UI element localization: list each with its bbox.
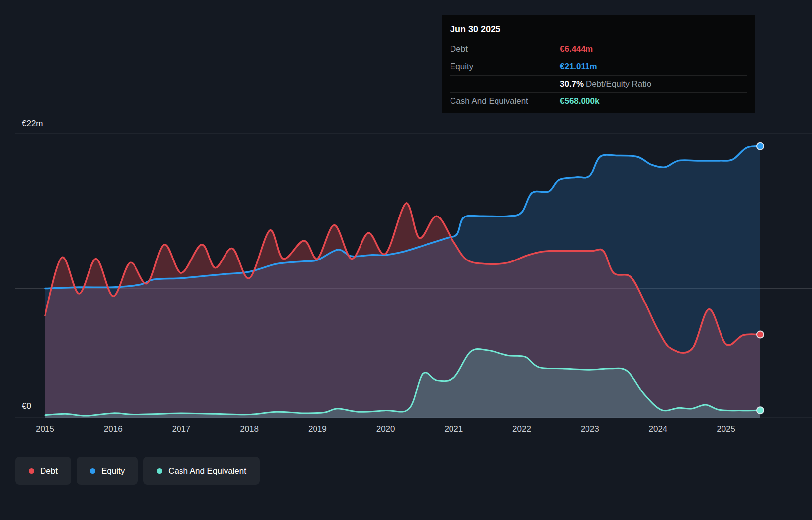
- x-axis-label: 2022: [512, 424, 531, 434]
- debt-dot-icon: [29, 468, 34, 474]
- tooltip-row-ratio: 30.7% Debt/Equity Ratio: [450, 75, 747, 92]
- cash-dot-icon: [157, 468, 162, 474]
- x-axis-label: 2024: [648, 424, 667, 434]
- x-axis-label: 2021: [444, 424, 463, 434]
- cash-and-equivalent-end-marker: [757, 407, 764, 414]
- x-axis-label: 2016: [104, 424, 123, 434]
- tooltip-cash-value: €568.000k: [560, 96, 599, 106]
- legend-cash-label: Cash And Equivalent: [168, 466, 246, 476]
- chart-tooltip: Jun 30 2025 Debt €6.444m Equity €21.011m…: [442, 15, 755, 113]
- legend-item-cash[interactable]: Cash And Equivalent: [143, 457, 260, 485]
- tooltip-date: Jun 30 2025: [450, 22, 747, 41]
- x-axis-label: 2019: [308, 424, 327, 434]
- legend-item-debt[interactable]: Debt: [15, 457, 71, 485]
- tooltip-ratio-value: 30.7%: [560, 79, 584, 88]
- legend-debt-label: Debt: [40, 466, 58, 476]
- equity-area: [45, 146, 760, 418]
- legend-equity-label: Equity: [101, 466, 125, 476]
- y-axis-label-max: €22m: [22, 119, 43, 129]
- tooltip-row-equity: Equity €21.011m: [450, 58, 747, 75]
- tooltip-debt-value: €6.444m: [560, 44, 593, 54]
- tooltip-ratio-label: Debt/Equity Ratio: [584, 79, 651, 88]
- tooltip-debt-label: Debt: [450, 44, 560, 54]
- legend-item-equity[interactable]: Equity: [77, 457, 138, 485]
- x-axis-label: 2025: [717, 424, 735, 434]
- tooltip-cash-label: Cash And Equivalent: [450, 96, 560, 106]
- tooltip-row-debt: Debt €6.444m: [450, 41, 747, 58]
- x-axis-label: 2020: [376, 424, 395, 434]
- y-axis-label-zero: €0: [22, 401, 31, 411]
- x-axis-label: 2017: [172, 424, 190, 434]
- tooltip-row-cash: Cash And Equivalent €568.000k: [450, 92, 747, 110]
- x-axis-label: 2015: [36, 424, 54, 434]
- tooltip-ratio: 30.7% Debt/Equity Ratio: [560, 79, 651, 89]
- tooltip-equity-label: Equity: [450, 62, 560, 72]
- x-axis-label: 2023: [581, 424, 599, 434]
- equity-dot-icon: [90, 468, 95, 474]
- chart-legend: Debt Equity Cash And Equivalent: [15, 457, 260, 485]
- x-axis-label: 2018: [240, 424, 259, 434]
- equity-end-marker: [757, 143, 764, 150]
- tooltip-equity-value: €21.011m: [560, 62, 597, 72]
- x-axis: 2015201620172018201920202021202220232024…: [0, 424, 812, 436]
- debt-end-marker: [757, 331, 764, 338]
- debt-equity-chart-page: €22m €0 20152016201720182019202020212022…: [0, 0, 812, 520]
